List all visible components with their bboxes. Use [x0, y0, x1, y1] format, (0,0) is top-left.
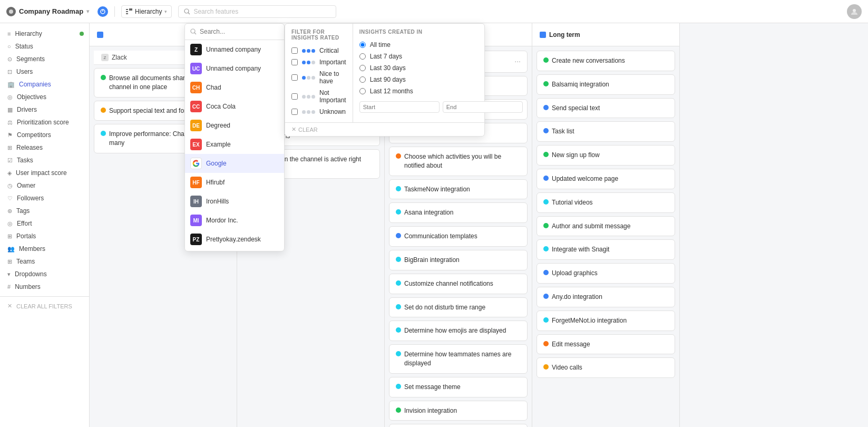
insights-important[interactable]: Important [291, 56, 346, 68]
insights-clear-button[interactable]: ✕ CLEAR [285, 122, 484, 136]
left-panel-item-companies[interactable]: 🏢 Companies [0, 78, 89, 91]
left-panel-item-teams[interactable]: ⊞ Teams [0, 255, 89, 268]
column-header-longterm[interactable]: Long term [532, 23, 679, 46]
card-p16[interactable]: Decide whether to convert emoticons to e… [389, 424, 528, 427]
card-p12[interactable]: Determine how emojis are displayed [389, 321, 528, 341]
card-l12[interactable]: ForgetMeNot.io integration [537, 310, 675, 331]
left-panel-item-userimpact[interactable]: ◈ User impact score [0, 167, 89, 179]
critical-checkbox[interactable] [291, 47, 298, 54]
left-panel-item-owner[interactable]: ◷ Owner [0, 179, 89, 192]
user-avatar[interactable] [847, 4, 862, 19]
insights-last30[interactable]: Last 30 days [359, 62, 523, 74]
company-item-example[interactable]: EX Example [185, 135, 284, 154]
search-bar[interactable]: Search features [178, 5, 336, 18]
company-item-mordor[interactable]: MI Mordor Inc. [185, 211, 284, 230]
company-item-degreed[interactable]: DE Degreed [185, 116, 284, 135]
card-p11[interactable]: Set do not disturb time range [389, 297, 528, 318]
left-panel-item-users[interactable]: ⊡ Users [0, 65, 89, 78]
hierarchy-button[interactable]: Hierarchy ▾ [121, 5, 172, 18]
card-l5[interactable]: New sign up flow [537, 145, 675, 166]
left-panel-item-tasks[interactable]: ☑ Tasks [0, 154, 89, 167]
dot2 [307, 76, 310, 80]
card-l4[interactable]: Task list [537, 121, 675, 142]
card-l14[interactable]: Video calls [537, 357, 675, 378]
card-p6[interactable]: TaskmeNow integration [389, 179, 528, 200]
insights-last12[interactable]: Last 12 months [359, 85, 523, 97]
unknown-checkbox[interactable] [291, 109, 298, 115]
company-item-sandiego[interactable]: SD San Diego State [185, 249, 284, 251]
left-panel-item-dropdowns[interactable]: ▾ Dropdowns [0, 268, 89, 280]
competitors-icon: ⚑ [7, 132, 13, 139]
last7-radio[interactable] [359, 53, 366, 60]
insights-all-time[interactable]: All time [359, 39, 523, 51]
all-time-radio[interactable] [359, 42, 366, 48]
left-panel-item-releases[interactable]: ⊞ Releases [0, 141, 89, 154]
card-l6[interactable]: Updated welcome page [537, 169, 675, 189]
not-important-checkbox[interactable] [291, 93, 298, 100]
insights-not-important[interactable]: Not Important [291, 87, 346, 106]
card-text-l1: Create new conversations [552, 56, 625, 65]
card-l10[interactable]: Upload graphics [537, 263, 675, 284]
left-panel-item-tags[interactable]: ⊛ Tags [0, 205, 89, 217]
end-date-input[interactable] [443, 101, 523, 113]
card-p8[interactable]: Communication templates [389, 226, 528, 247]
card-p15[interactable]: Invision integration [389, 401, 528, 421]
card-l9[interactable]: Integrate with Snagit [537, 239, 675, 260]
company-item-unnamed1[interactable]: Z Unnamed company [185, 40, 284, 59]
left-panel-item-drivers[interactable]: ▦ Drivers [0, 103, 89, 116]
company-label-google: Google [206, 160, 227, 167]
insights-last7[interactable]: Last 7 days [359, 51, 523, 62]
card-p10[interactable]: Customize channel notifications [389, 274, 528, 294]
card-p13[interactable]: Determine how teammates names are displa… [389, 344, 528, 374]
left-panel-label-segments: Segments [16, 55, 45, 63]
card-p5[interactable]: Choose which activities you will be noti… [389, 147, 528, 176]
card-l1[interactable]: Create new conversations [537, 51, 675, 71]
last12-radio[interactable] [359, 88, 366, 94]
card-p9[interactable]: BigBrain integration [389, 250, 528, 270]
insights-nice-to-have[interactable]: Nice to have [291, 68, 346, 87]
left-panel-item-prioritization[interactable]: ⚖ Prioritization score [0, 116, 89, 129]
left-panel-item-numbers[interactable]: # Numbers [0, 280, 89, 293]
card-l13[interactable]: Edit message [537, 334, 675, 355]
company-search-input[interactable] [200, 28, 279, 35]
company-item-unnamed2[interactable]: UC Unnamed company [185, 59, 284, 78]
left-panel-item-followers[interactable]: ♡ Followers [0, 192, 89, 205]
card-text-l12: ForgetMeNot.io integration [552, 316, 627, 325]
left-panel-item-hierarchy[interactable]: ≡ Hierarchy [0, 27, 89, 40]
company-item-cocacola[interactable]: CC Coca Cola [185, 97, 284, 116]
left-panel-item-competitors[interactable]: ⚑ Competitors [0, 129, 89, 141]
left-panel-item-portals[interactable]: ⊞ Portals [0, 230, 89, 242]
card-l11[interactable]: Any.do integration [537, 287, 675, 307]
card-p14[interactable]: Set message theme [389, 377, 528, 397]
card-text-l14: Video calls [552, 363, 582, 372]
company-item-prettyokay[interactable]: PZ Prettyokay.zendesk [185, 230, 284, 249]
start-date-input[interactable] [359, 101, 440, 113]
important-checkbox[interactable] [291, 59, 298, 65]
insights-unknown[interactable]: Unknown [291, 106, 346, 118]
card-l8[interactable]: Author and submit message [537, 216, 675, 237]
left-panel-item-objectives[interactable]: ◎ Objectives [0, 91, 89, 103]
card-l2[interactable]: Balsamiq integration [537, 74, 675, 95]
app-logo[interactable]: Company Roadmap ▾ [6, 7, 89, 16]
company-item-ironhills[interactable]: IH IronHills [185, 192, 284, 211]
card-l7[interactable]: Tutorial videos [537, 192, 675, 213]
insights-critical[interactable]: Critical [291, 45, 346, 56]
last90-radio[interactable] [359, 76, 366, 83]
left-panel-item-segments[interactable]: ⊙ Segments [0, 53, 89, 65]
last30-radio[interactable] [359, 65, 366, 71]
company-item-chad[interactable]: CH Chad [185, 78, 284, 97]
nice-label: Nice to have [319, 70, 346, 85]
card-text-l9: Integrate with Snagit [552, 245, 609, 254]
card-l3[interactable]: Send special text [537, 98, 675, 119]
left-panel-item-effort[interactable]: ◎ Effort [0, 217, 89, 230]
nice-checkbox[interactable] [291, 74, 298, 81]
card-p7[interactable]: Asana integration [389, 202, 528, 223]
userimpact-icon: ◈ [7, 170, 12, 177]
company-item-hfirubf[interactable]: HF Hfirubf [185, 173, 284, 192]
left-panel-item-members[interactable]: 👥 Members [0, 242, 89, 255]
company-item-google[interactable]: Google [185, 154, 284, 173]
left-panel-item-status[interactable]: ○ Status [0, 40, 89, 53]
hierarchy-label: Hierarchy [135, 8, 162, 15]
clear-all-filters-button[interactable]: ✕ CLEAR ALL FILTERS [0, 300, 89, 312]
insights-last90[interactable]: Last 90 days [359, 74, 523, 85]
